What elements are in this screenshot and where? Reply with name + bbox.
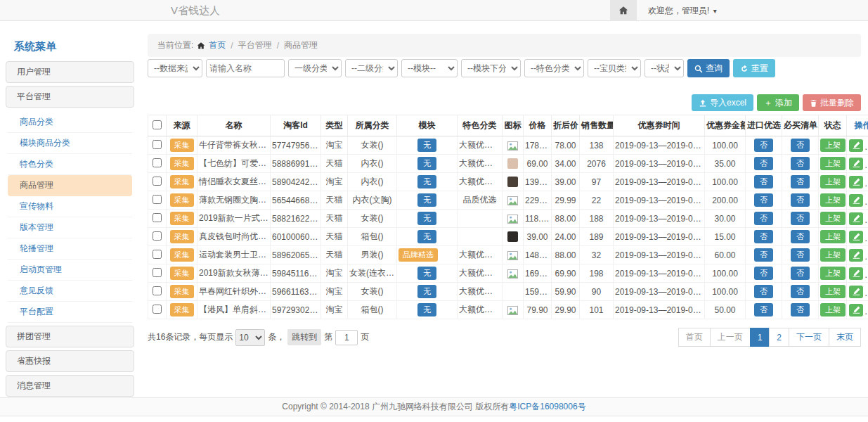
sidebar-item-9[interactable]: 平台配置 (8, 302, 132, 323)
module-badge[interactable]: 无 (417, 212, 436, 225)
import-select-toggle[interactable]: 否 (754, 157, 773, 170)
sidebar-item-6[interactable]: 轮播管理 (8, 238, 132, 260)
filter-select-4[interactable]: --模块下分类-- (461, 59, 521, 77)
name-search-input[interactable] (206, 59, 285, 77)
status-badge[interactable]: 上架 (820, 139, 846, 152)
status-badge[interactable]: 上架 (820, 157, 846, 170)
module-badge[interactable]: 无 (417, 157, 436, 170)
pager-button-3[interactable]: 2 (769, 328, 789, 347)
must-buy-toggle[interactable]: 否 (791, 230, 810, 243)
filter-select-5[interactable]: --特色分类-- (524, 59, 584, 77)
module-badge[interactable]: 无 (417, 303, 436, 316)
sidebar-item-5[interactable]: 版本管理 (8, 217, 132, 238)
edit-button[interactable] (849, 286, 863, 298)
pager-button-0[interactable]: 首页 (678, 328, 711, 347)
edit-button[interactable] (849, 158, 863, 170)
user-menu[interactable]: 欢迎您，管理员! ▾ (637, 5, 727, 17)
row-checkbox[interactable] (153, 286, 162, 295)
pager-button-2[interactable]: 1 (750, 328, 770, 347)
row-checkbox[interactable] (153, 250, 162, 259)
status-badge[interactable]: 上架 (820, 212, 846, 225)
row-checkbox[interactable] (153, 231, 162, 241)
row-checkbox[interactable] (153, 195, 162, 204)
pager-button-5[interactable]: 末页 (829, 328, 861, 347)
row-checkbox[interactable] (153, 305, 162, 314)
edit-button[interactable] (849, 231, 863, 243)
must-buy-toggle[interactable]: 否 (791, 175, 810, 188)
filter-select-3[interactable]: --模块-- (401, 59, 458, 77)
page-number-input[interactable] (335, 330, 358, 345)
import-select-toggle[interactable]: 否 (754, 212, 773, 225)
sidebar-group-header[interactable]: 省惠快报 (6, 350, 134, 372)
icp-link[interactable]: 粤ICP备16098006号 (509, 401, 585, 413)
module-badge[interactable]: 无 (417, 267, 436, 280)
import-select-toggle[interactable]: 否 (754, 175, 773, 188)
add-button[interactable]: ＋ 添加 (757, 94, 799, 111)
must-buy-toggle[interactable]: 否 (791, 248, 810, 262)
edit-button[interactable] (849, 212, 863, 225)
import-select-toggle[interactable]: 否 (754, 248, 773, 262)
status-badge[interactable]: 上架 (820, 303, 846, 316)
sidebar-item-1[interactable]: 模块商品分类 (8, 133, 132, 154)
import-select-toggle[interactable]: 否 (754, 267, 773, 280)
module-badge[interactable]: 无 (417, 230, 436, 243)
module-badge[interactable]: 无 (417, 193, 436, 207)
filter-select-1[interactable]: 一级分类 (288, 59, 342, 77)
must-buy-toggle[interactable]: 否 (791, 139, 810, 152)
edit-button[interactable] (849, 194, 863, 207)
batch-delete-button[interactable]: 批量删除 (803, 94, 861, 111)
status-badge[interactable]: 上架 (820, 285, 846, 298)
must-buy-toggle[interactable]: 否 (791, 285, 810, 298)
must-buy-toggle[interactable]: 否 (791, 303, 810, 316)
sidebar-item-7[interactable]: 启动页管理 (8, 260, 132, 281)
filter-select-2[interactable]: --二级分类-- (345, 59, 398, 77)
import-select-toggle[interactable]: 否 (754, 303, 773, 316)
import-select-toggle[interactable]: 否 (754, 193, 773, 207)
sidebar-item-8[interactable]: 意见反馈 (8, 281, 132, 302)
row-checkbox[interactable] (153, 213, 162, 222)
must-buy-toggle[interactable]: 否 (791, 193, 810, 207)
import-select-toggle[interactable]: 否 (754, 285, 773, 298)
module-badge[interactable]: 无 (417, 139, 436, 152)
status-badge[interactable]: 上架 (820, 193, 846, 207)
row-checkbox[interactable] (153, 140, 162, 149)
breadcrumb-home-link[interactable]: 首页 (209, 39, 226, 51)
pager-button-4[interactable]: 下一页 (789, 328, 829, 347)
page-size-select[interactable]: 10 (235, 329, 265, 346)
module-badge[interactable]: 品牌精选 (399, 248, 438, 262)
reset-button[interactable]: 重置 (733, 59, 775, 77)
must-buy-toggle[interactable]: 否 (791, 267, 810, 280)
status-badge[interactable]: 上架 (820, 248, 846, 262)
status-badge[interactable]: 上架 (820, 175, 846, 188)
sidebar-group-header[interactable]: 平台管理 (6, 86, 134, 108)
row-checkbox[interactable] (153, 158, 162, 167)
row-checkbox[interactable] (153, 268, 162, 277)
sidebar-group-header[interactable]: 消息管理 (6, 375, 134, 397)
must-buy-toggle[interactable]: 否 (791, 157, 810, 170)
sidebar-item-4[interactable]: 宣传物料 (8, 196, 132, 217)
sidebar-group-header[interactable]: 拼团管理 (6, 326, 134, 347)
sidebar-group-header[interactable]: 用户管理 (6, 61, 134, 83)
search-button[interactable]: 查询 (687, 59, 730, 77)
filter-select-0[interactable]: --数据来源-- (148, 59, 202, 77)
must-buy-toggle[interactable]: 否 (791, 212, 810, 225)
edit-button[interactable] (849, 139, 863, 152)
sidebar-item-2[interactable]: 特色分类 (8, 154, 132, 175)
jump-button[interactable]: 跳转到 (287, 329, 321, 345)
filter-select-7[interactable]: --状态-- (644, 59, 684, 77)
import-select-toggle[interactable]: 否 (754, 230, 773, 243)
import-select-toggle[interactable]: 否 (754, 139, 773, 152)
pager-button-1[interactable]: 上一页 (710, 328, 751, 347)
filter-select-6[interactable]: --宝贝类型-- (588, 59, 641, 77)
edit-button[interactable] (849, 176, 863, 188)
module-badge[interactable]: 无 (417, 285, 436, 298)
status-badge[interactable]: 上架 (820, 267, 846, 280)
sidebar-item-3[interactable]: 商品管理 (8, 175, 132, 196)
status-badge[interactable]: 上架 (820, 230, 846, 243)
select-all-checkbox[interactable] (153, 120, 162, 129)
import-excel-button[interactable]: 导入excel (692, 94, 753, 111)
module-badge[interactable]: 无 (417, 175, 436, 188)
sidebar-item-0[interactable]: 商品分类 (8, 112, 132, 133)
edit-button[interactable] (849, 304, 863, 316)
row-checkbox[interactable] (153, 177, 162, 186)
